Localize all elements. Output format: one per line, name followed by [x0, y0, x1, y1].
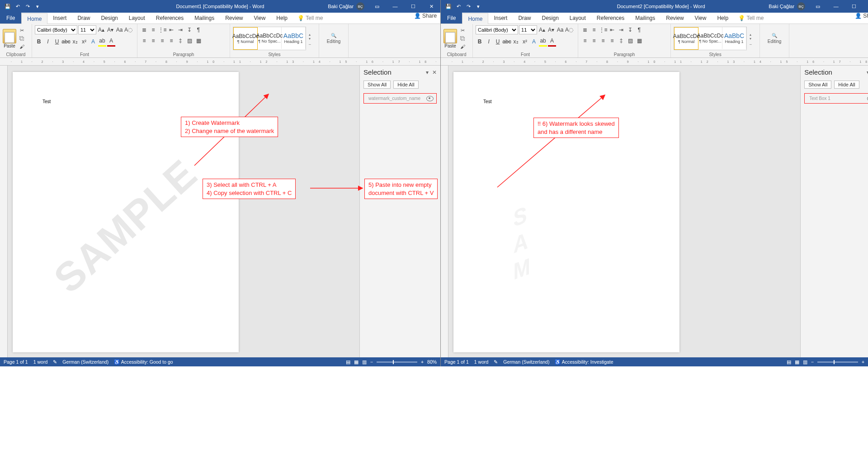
document-text[interactable]: Test	[42, 99, 51, 104]
align-right-icon[interactable]: ≡	[599, 36, 607, 45]
tab-layout[interactable]: Layout	[123, 13, 151, 24]
ruler-horizontal[interactable]: · 1 · 2 · 3 · 4 · 5 · 6 · 7 · 8 · 9 · 10…	[441, 58, 868, 66]
view-read-icon[interactable]: ▤	[346, 359, 350, 365]
close-icon[interactable]: ✕	[422, 0, 440, 13]
undo-icon[interactable]: ↶	[453, 1, 463, 11]
borders-icon[interactable]: ▦	[194, 36, 203, 45]
strike-button[interactable]: abc	[503, 37, 511, 46]
styles-down-icon[interactable]: ▾	[309, 37, 311, 41]
selection-item[interactable]: Text Box 1	[804, 93, 868, 104]
styles-up-icon[interactable]: ▴	[309, 33, 311, 37]
view-web-icon[interactable]: ▥	[362, 359, 367, 365]
shading-icon[interactable]: ▨	[185, 36, 193, 45]
view-print-icon[interactable]: ▦	[354, 359, 359, 365]
tab-draw[interactable]: Draw	[72, 13, 95, 24]
document-page[interactable]: S A M Test	[453, 72, 679, 352]
tab-home[interactable]: Home	[21, 13, 47, 24]
line-spacing-icon[interactable]: ‡	[617, 36, 625, 45]
tab-view[interactable]: View	[249, 13, 271, 24]
cut-icon[interactable]: ✂	[459, 27, 466, 34]
styles-more-icon[interactable]: ⎯	[750, 41, 752, 45]
redo-icon[interactable]: ↷	[463, 1, 473, 11]
undo-icon[interactable]: ↶	[13, 1, 23, 11]
numbering-icon[interactable]: ≡	[149, 25, 157, 34]
tab-view[interactable]: View	[689, 13, 712, 24]
text-effects-icon[interactable]: A	[530, 37, 538, 46]
redo-icon[interactable]: ↷	[23, 1, 33, 11]
style-nospacing[interactable]: AaBbCcDc¶ No Spac...	[698, 27, 722, 49]
change-case-icon[interactable]: Aa	[115, 25, 123, 34]
style-nospacing[interactable]: AaBbCcDc¶ No Spac...	[258, 27, 282, 49]
bold-button[interactable]: B	[35, 37, 43, 46]
change-case-icon[interactable]: Aa	[556, 25, 564, 34]
shading-icon[interactable]: ▨	[626, 36, 634, 45]
superscript-button[interactable]: x²	[80, 37, 88, 46]
font-size-select[interactable]: 11	[78, 25, 96, 34]
style-heading1[interactable]: AaBbCHeading 1	[282, 27, 306, 49]
tab-design[interactable]: Design	[95, 13, 123, 24]
sort-icon[interactable]: ↧	[185, 25, 193, 34]
numbering-icon[interactable]: ≡	[590, 25, 598, 34]
font-color-icon[interactable]: A	[107, 36, 115, 47]
status-accessibility[interactable]: ♿ Accessibility: Good to go	[114, 359, 173, 365]
status-page[interactable]: Page 1 of 1	[444, 359, 469, 365]
shrink-font-icon[interactable]: A▾	[106, 25, 114, 34]
selection-item[interactable]: watermark_custom_name	[363, 93, 437, 104]
ruler-horizontal[interactable]: · 1 · 2 · 3 · 4 · 5 · 6 · 7 · 8 · 9 · 10…	[0, 58, 440, 66]
tab-layout[interactable]: Layout	[564, 13, 591, 24]
font-color-icon[interactable]: A	[548, 36, 556, 47]
multilevel-icon[interactable]: ⋮≡	[158, 25, 166, 34]
text-effects-icon[interactable]: A	[89, 37, 97, 46]
view-read-icon[interactable]: ▤	[787, 359, 791, 365]
zoom-slider[interactable]	[377, 361, 417, 363]
underline-button[interactable]: U	[53, 37, 61, 46]
clear-format-icon[interactable]: A◌	[565, 25, 573, 34]
zoom-out-icon[interactable]: −	[811, 359, 814, 365]
status-language[interactable]: German (Switzerland)	[62, 359, 108, 365]
avatar[interactable]: BÇ	[797, 2, 805, 10]
subscript-button[interactable]: x₂	[512, 37, 520, 46]
tab-design[interactable]: Design	[536, 13, 564, 24]
shrink-font-icon[interactable]: A▾	[547, 25, 555, 34]
styles-more-icon[interactable]: ⎯	[309, 41, 311, 45]
increase-indent-icon[interactable]: ⇥	[176, 25, 184, 34]
align-right-icon[interactable]: ≡	[158, 36, 166, 45]
tell-me[interactable]: 💡 Tell me	[734, 13, 764, 24]
font-name-select[interactable]: Calibri (Body)	[35, 25, 77, 34]
zoom-level[interactable]: 80%	[427, 359, 437, 365]
grow-font-icon[interactable]: A▴	[97, 25, 105, 34]
status-words[interactable]: 1 word	[474, 359, 489, 365]
status-proofing-icon[interactable]: ✎	[53, 359, 57, 365]
tab-file[interactable]: File	[0, 13, 21, 24]
show-marks-icon[interactable]: ¶	[635, 25, 643, 34]
find-icon[interactable]: 🔍	[331, 33, 336, 38]
copy-icon[interactable]: ⿻	[459, 35, 466, 42]
subscript-button[interactable]: x₂	[71, 37, 79, 46]
align-center-icon[interactable]: ≡	[149, 36, 157, 45]
superscript-button[interactable]: x²	[521, 37, 529, 46]
status-language[interactable]: German (Switzerland)	[503, 359, 549, 365]
status-page[interactable]: Page 1 of 1	[4, 359, 28, 365]
user-name[interactable]: Baki Çağlar	[769, 4, 794, 9]
status-accessibility[interactable]: ♿ Accessibility: Investigate	[555, 359, 613, 365]
show-marks-icon[interactable]: ¶	[194, 25, 203, 34]
paste-button[interactable]: Paste	[3, 29, 16, 48]
qat-customize-icon[interactable]: ▾	[473, 1, 483, 11]
avatar[interactable]: BÇ	[356, 2, 364, 10]
tab-help[interactable]: Help	[712, 13, 734, 24]
maximize-icon[interactable]: ☐	[845, 0, 863, 13]
style-normal[interactable]: AaBbCcDc¶ Normal	[674, 27, 698, 50]
italic-button[interactable]: I	[485, 37, 493, 46]
document-page[interactable]: SAMPLE Test	[13, 72, 239, 352]
zoom-in-icon[interactable]: +	[421, 359, 424, 365]
multilevel-icon[interactable]: ⋮≡	[599, 25, 607, 34]
tab-help[interactable]: Help	[271, 13, 293, 24]
hide-all-button[interactable]: Hide All	[834, 81, 859, 89]
tab-references[interactable]: References	[151, 13, 189, 24]
pane-close-icon[interactable]: ✕	[432, 69, 437, 76]
document-text[interactable]: Test	[483, 99, 491, 104]
zoom-slider[interactable]	[817, 361, 858, 363]
decrease-indent-icon[interactable]: ⇤	[167, 25, 175, 34]
share-button[interactable]: 👤 Share	[855, 13, 868, 19]
italic-button[interactable]: I	[44, 37, 52, 46]
